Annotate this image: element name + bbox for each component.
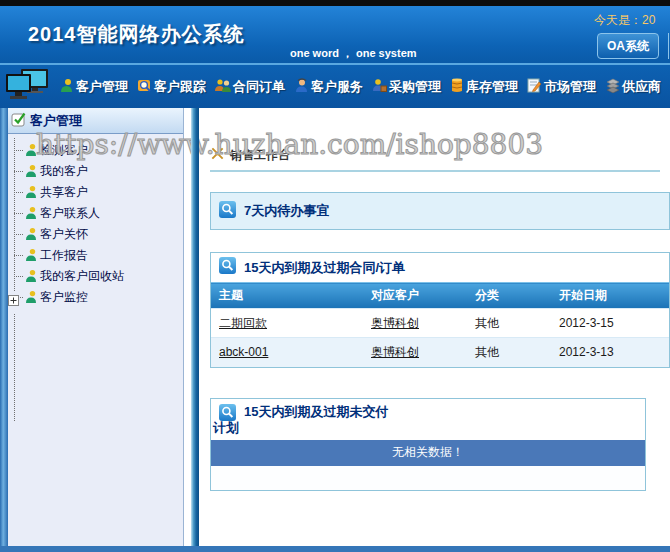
sidebar-item-my-customers[interactable]: 我的客户 — [8, 161, 183, 182]
subject-link[interactable]: 二期回款 — [219, 316, 267, 330]
oa-system-button[interactable]: OA系统 — [597, 33, 659, 59]
app-window: 2014智能网络办公系统 one word ， one system 今天是：2… — [0, 0, 670, 552]
customer-link[interactable]: 奥博科创 — [371, 345, 419, 359]
sidebar-item-detect-customers[interactable]: 检测客户 — [8, 140, 183, 161]
supplier-icon — [605, 78, 620, 96]
market-management-icon — [527, 78, 542, 96]
app-header: 2014智能网络办公系统 one word ， one system 今天是：2… — [0, 6, 670, 63]
menu-customer-tracking[interactable]: 客户跟踪 — [137, 78, 206, 96]
page-title: 销售工作台 — [230, 147, 290, 164]
title-underline — [210, 170, 660, 172]
menu-customer-service[interactable]: 客户服务 — [294, 78, 363, 96]
sidebar-header-label: 客户管理 — [30, 112, 82, 130]
purchase-management-icon — [372, 78, 387, 96]
today-date-label: 今天是：20 — [594, 12, 655, 29]
contracts-section: 15天内到期及过期合同/订单 主题 对应客户 分类 开始日期 二期回款 — [210, 252, 670, 368]
checkbox-icon — [11, 111, 27, 130]
customer-tracking-icon — [137, 78, 152, 96]
customer-service-icon — [294, 78, 309, 96]
start-date-cell: 2012-3-15 — [551, 309, 669, 338]
sidebar-item-shared-customers[interactable]: 共享客户 — [8, 182, 183, 203]
subject-link[interactable]: abck-001 — [219, 345, 268, 359]
table-header-row: 主题 对应客户 分类 开始日期 — [211, 283, 669, 309]
magnifier-icon — [219, 257, 236, 278]
delivery-section-title: 15天内到期及过期未交付 计划 — [213, 404, 388, 436]
sidebar-item-customer-contacts[interactable]: 客户联系人 — [8, 203, 183, 224]
toolbar-menu: 客户管理 客户跟踪 合同订单 客户服务 采购管理 库存管理 — [59, 78, 670, 96]
todo-section-title: 7天内待办事宜 — [244, 202, 329, 220]
column-header-customer: 对应客户 — [363, 283, 467, 309]
delivery-section: 15天内到期及过期未交付 计划 无相关数据！ — [210, 398, 646, 491]
menu-customer-management[interactable]: 客户管理 — [59, 78, 128, 96]
sidebar-header: 客户管理 — [8, 108, 183, 134]
app-subtitle: one word ， one system — [290, 46, 417, 61]
inventory-management-icon — [450, 78, 464, 96]
start-date-cell: 2012-3-13 — [551, 338, 669, 367]
menu-supplier[interactable]: 供应商 — [605, 78, 661, 96]
contracts-table: 主题 对应客户 分类 开始日期 二期回款 奥博科创 其他 2012-3-15 — [211, 282, 669, 367]
column-header-start-date: 开始日期 — [551, 283, 669, 309]
category-cell: 其他 — [467, 309, 551, 338]
contracts-section-title: 15天内到期及过期合同/订单 — [244, 259, 405, 277]
empty-row — [211, 466, 645, 490]
todo-section: 7天内待办事宜 — [210, 192, 670, 230]
customer-management-icon — [59, 78, 74, 96]
sidebar-tree: 检测客户 我的客户 共享客户 客户联系人 客户关怀 工作报告 — [8, 140, 183, 308]
sidebar-main-gap — [184, 108, 191, 546]
contracts-section-header: 15天内到期及过期合同/订单 — [211, 253, 669, 282]
app-title: 2014智能网络办公系统 — [28, 21, 245, 48]
magnifier-icon — [219, 201, 236, 222]
sidebar-left-strip — [0, 108, 8, 546]
table-row: 二期回款 奥博科创 其他 2012-3-15 — [211, 309, 669, 338]
person-icon — [24, 290, 38, 311]
sidebar-item-customer-care[interactable]: 客户关怀 — [8, 224, 183, 245]
customer-link[interactable]: 奥博科创 — [371, 316, 419, 330]
column-header-category: 分类 — [467, 283, 551, 309]
menu-purchase-management[interactable]: 采购管理 — [372, 78, 441, 96]
sidebar: 客户管理 检测客户 我的客户 共享客户 客户联系人 客户关怀 — [0, 108, 184, 546]
main-panel: 销售工作台 7天内待办事宜 15天内到期及过期合同/订单 — [199, 108, 670, 546]
sidebar-item-customer-monitoring[interactable]: 客户监控 — [8, 287, 183, 308]
column-header-subject: 主题 — [211, 283, 363, 309]
menu-contract-order[interactable]: 合同订单 — [215, 78, 285, 96]
vertical-divider-bar[interactable] — [191, 108, 199, 546]
main-toolbar: 客户管理 客户跟踪 合同订单 客户服务 采购管理 库存管理 — [0, 63, 670, 108]
no-data-message: 无相关数据！ — [211, 440, 645, 466]
sidebar-item-work-report[interactable]: 工作报告 — [8, 245, 183, 266]
menu-inventory-management[interactable]: 库存管理 — [450, 78, 518, 96]
bottom-blue-strip — [0, 546, 670, 552]
content-area: 客户管理 检测客户 我的客户 共享客户 客户联系人 客户关怀 — [0, 108, 670, 546]
category-cell: 其他 — [467, 338, 551, 367]
page-title-row: 销售工作台 — [210, 146, 670, 164]
contract-order-icon — [215, 78, 231, 96]
header-separator — [668, 33, 669, 59]
sidebar-item-customer-recycle-bin[interactable]: 我的客户回收站 — [8, 266, 183, 287]
tools-icon — [210, 146, 225, 164]
table-row: abck-001 奥博科创 其他 2012-3-13 — [211, 338, 669, 367]
menu-market-management[interactable]: 市场管理 — [527, 78, 596, 96]
delivery-section-header: 15天内到期及过期未交付 计划 — [211, 399, 645, 440]
computer-icon — [5, 68, 49, 106]
expand-plus-icon[interactable] — [8, 292, 19, 313]
